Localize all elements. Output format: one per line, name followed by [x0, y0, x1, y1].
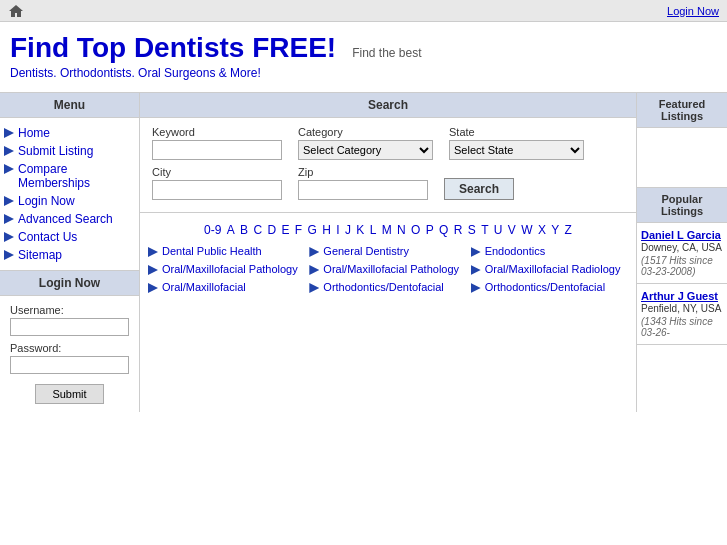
alpha-link[interactable]: N [397, 223, 406, 237]
category-label: Category [298, 126, 433, 138]
listing-location-0: Downey, CA, USA [641, 242, 723, 253]
alpha-link[interactable]: A [227, 223, 235, 237]
cat-bullet-icon [148, 283, 158, 293]
alpha-link[interactable]: X [538, 223, 546, 237]
alpha-link[interactable]: J [345, 223, 351, 237]
home-icon [8, 3, 24, 19]
sidebar-item-login-now[interactable]: Login Now [4, 192, 135, 210]
alpha-link[interactable]: H [322, 223, 331, 237]
alpha-link[interactable]: P [426, 223, 434, 237]
login-box: Username: Password: Submit [0, 296, 139, 412]
listing-hits-1: (1343 Hits since 03-26- [641, 316, 723, 338]
sidebar-item-label: Compare Memberships [18, 162, 135, 190]
bullet-icon [4, 214, 14, 224]
password-label: Password: [10, 342, 129, 354]
listing-name-0[interactable]: Daniel L Garcia [641, 229, 723, 241]
alpha-link[interactable]: Q [439, 223, 448, 237]
keyword-label: Keyword [152, 126, 282, 138]
category-link[interactable]: Oral/Maxillofacial Pathology [162, 263, 298, 275]
home-icon-area[interactable] [8, 3, 24, 19]
alpha-link[interactable]: 0-9 [204, 223, 221, 237]
alpha-link[interactable]: I [336, 223, 339, 237]
alpha-link[interactable]: U [494, 223, 503, 237]
alpha-link[interactable]: S [468, 223, 476, 237]
alpha-link[interactable]: F [295, 223, 302, 237]
cat-bullet-icon [148, 265, 158, 275]
alpha-link[interactable]: B [240, 223, 248, 237]
sidebar-item-sitemap[interactable]: Sitemap [4, 246, 135, 264]
cat-bullet-icon [309, 247, 319, 257]
cat-bullet-icon [309, 265, 319, 275]
right-sidebar: Featured Listings Popular Listings Danie… [637, 93, 727, 412]
category-item: Endodontics [471, 245, 628, 257]
search-button[interactable]: Search [444, 178, 514, 200]
login-box-title: Login Now [0, 270, 139, 296]
alpha-link[interactable]: L [370, 223, 377, 237]
keyword-field: Keyword [152, 126, 282, 160]
category-item: Oral/Maxillofacial [148, 281, 305, 293]
alpha-link[interactable]: Y [551, 223, 559, 237]
login-now-top-link[interactable]: Login Now [667, 5, 719, 17]
alpha-link[interactable]: G [308, 223, 317, 237]
state-field: State Select State [449, 126, 584, 160]
category-field: Category Select Category [298, 126, 433, 160]
right-listing-1: Arthur J Guest Penfield, NY, USA (1343 H… [637, 284, 727, 345]
category-link[interactable]: Oral/Maxillofacial [162, 281, 246, 293]
alpha-link[interactable]: K [356, 223, 364, 237]
listing-hits-0: (1517 Hits since 03-23-2008) [641, 255, 723, 277]
username-input[interactable] [10, 318, 129, 336]
bullet-icon [4, 164, 14, 174]
search-panel-title: Search [140, 93, 636, 118]
category-item: Dental Public Health [148, 245, 305, 257]
sidebar-menu-items: Home Submit Listing Compare Memberships … [0, 118, 139, 270]
category-link[interactable]: Endodontics [485, 245, 546, 257]
site-subtitle: Dentists. Orthodontists. Oral Surgeons &… [10, 66, 717, 80]
alpha-link[interactable]: R [454, 223, 463, 237]
password-input[interactable] [10, 356, 129, 374]
category-link[interactable]: Orthodontics/Dentofacial [323, 281, 443, 293]
alpha-link[interactable]: Z [565, 223, 572, 237]
sidebar-item-compare-memberships[interactable]: Compare Memberships [4, 160, 135, 192]
sidebar-item-advanced-search[interactable]: Advanced Search [4, 210, 135, 228]
sidebar: Menu Home Submit Listing Compare Members… [0, 93, 140, 412]
search-row-1: Keyword Category Select Category State S… [152, 126, 624, 160]
username-label: Username: [10, 304, 129, 316]
sidebar-item-contact-us[interactable]: Contact Us [4, 228, 135, 246]
alpha-link[interactable]: W [521, 223, 532, 237]
zip-label: Zip [298, 166, 428, 178]
cat-bullet-icon [471, 283, 481, 293]
category-item: Oral/Maxillofacial Pathology [148, 263, 305, 275]
state-select[interactable]: Select State [449, 140, 584, 160]
alpha-link[interactable]: E [282, 223, 290, 237]
cat-bullet-icon [471, 265, 481, 275]
sidebar-item-home[interactable]: Home [4, 124, 135, 142]
listing-name-1[interactable]: Arthur J Guest [641, 290, 723, 302]
bullet-icon [4, 250, 14, 260]
zip-input[interactable] [298, 180, 428, 200]
sidebar-item-submit-listing[interactable]: Submit Listing [4, 142, 135, 160]
alpha-link[interactable]: T [481, 223, 488, 237]
bullet-icon [4, 146, 14, 156]
category-select[interactable]: Select Category [298, 140, 433, 160]
alpha-link[interactable]: M [382, 223, 392, 237]
category-link[interactable]: Oral/Maxillofacial Radiology [485, 263, 621, 275]
category-link[interactable]: General Dentistry [323, 245, 409, 257]
city-label: City [152, 166, 282, 178]
category-link[interactable]: Oral/Maxillofacial Pathology [323, 263, 459, 275]
keyword-input[interactable] [152, 140, 282, 160]
alpha-link[interactable]: D [267, 223, 276, 237]
category-item: Orthodontics/Dentofacial [309, 281, 466, 293]
login-submit-button[interactable]: Submit [35, 384, 103, 404]
alpha-link[interactable]: O [411, 223, 420, 237]
bullet-icon [4, 232, 14, 242]
alpha-link[interactable]: V [508, 223, 516, 237]
category-link[interactable]: Orthodontics/Dentofacial [485, 281, 605, 293]
category-link[interactable]: Dental Public Health [162, 245, 262, 257]
top-bar: Login Now [0, 0, 727, 22]
alpha-nav: 0-9 A B C D E F G H I J K L M N O P Q R … [140, 213, 636, 245]
city-input[interactable] [152, 180, 282, 200]
right-listing-0: Daniel L Garcia Downey, CA, USA (1517 Hi… [637, 223, 727, 284]
alpha-link[interactable]: C [253, 223, 262, 237]
category-item: Oral/Maxillofacial Pathology [309, 263, 466, 275]
zip-field: Zip [298, 166, 428, 200]
